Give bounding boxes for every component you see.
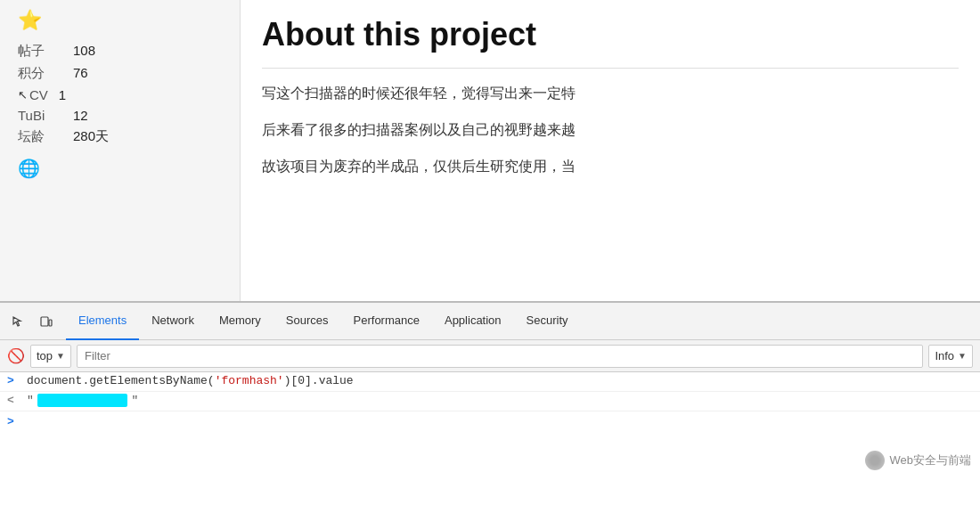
tab-elements[interactable]: Elements	[66, 303, 139, 340]
tab-application[interactable]: Application	[432, 303, 514, 340]
sidebar-value-cv: 1	[59, 87, 66, 102]
article-area: About this project 写这个扫描器的时候还很年轻，觉得写出来一定…	[241, 0, 980, 303]
tab-performance[interactable]: Performance	[341, 303, 432, 340]
console-empty-prompt-line: >	[0, 411, 980, 431]
devtools-panel: Elements Network Memory Sources Performa…	[0, 301, 980, 513]
console-input-line: > document.getElementsByName('formhash')…	[0, 372, 980, 392]
svg-rect-0	[41, 317, 48, 326]
value-quote-close: "	[131, 394, 138, 407]
article-divider	[262, 68, 959, 69]
sidebar-label-age: 坛龄	[18, 128, 62, 145]
context-value: top	[37, 349, 53, 362]
sidebar-row-cv: ↖ CV 1	[18, 87, 222, 102]
svg-rect-1	[49, 320, 52, 326]
sidebar-row-score: 积分 76	[18, 65, 222, 82]
sidebar-value-posts: 108	[73, 43, 95, 60]
context-dropdown-arrow: ▼	[56, 351, 65, 361]
sidebar-row-tubi: TuBi 12	[18, 108, 222, 123]
article-para-1: 写这个扫描器的时候还很年轻，觉得写出来一定特	[262, 81, 959, 105]
star-icon: ⭐	[18, 9, 222, 32]
highlighted-value	[37, 394, 128, 407]
devtools-tabs: Elements Network Memory Sources Performa…	[0, 303, 980, 340]
console-input-code: document.getElementsByName('formhash')[0…	[27, 374, 354, 387]
sidebar-value-tubi: 12	[73, 108, 88, 123]
sidebar-label-tubi: TuBi	[18, 108, 62, 123]
tab-sources[interactable]: Sources	[274, 303, 341, 340]
console-empty-prompt-symbol: >	[7, 415, 20, 428]
log-level-selector[interactable]: Info ▼	[928, 345, 973, 368]
sidebar-value-age: 280天	[73, 128, 109, 145]
console-output-line: < " "	[0, 392, 980, 411]
tab-network[interactable]: Network	[139, 303, 207, 340]
tab-security[interactable]: Security	[514, 303, 581, 340]
console-output-value: " "	[27, 394, 138, 407]
sidebar-row-age: 坛龄 280天	[18, 128, 222, 145]
article-para-2: 后来看了很多的扫描器案例以及自己的视野越来越	[262, 118, 959, 142]
console-area: > document.getElementsByName('formhash')…	[0, 372, 980, 513]
log-level-value: Info	[935, 349, 954, 362]
sidebar: ⭐ 帖子 108 积分 76 ↖ CV 1 TuBi 12 坛龄	[0, 0, 241, 303]
device-toolbar-icon[interactable]	[34, 309, 59, 334]
sidebar-row: 帖子 108	[18, 43, 222, 60]
devtools-toolbar: 🚫 top ▼ Info ▼	[0, 340, 980, 372]
value-quote-open: "	[27, 394, 34, 407]
console-input-prompt: >	[7, 374, 20, 387]
sidebar-label-score: 积分	[18, 65, 62, 82]
cursor-icon: ↖	[18, 88, 28, 102]
article-title: About this project	[262, 16, 959, 53]
globe-icon: 🌐	[18, 158, 222, 179]
sidebar-label-posts: 帖子	[18, 43, 62, 60]
clear-console-icon[interactable]: 🚫	[7, 347, 25, 364]
article-para-3: 故该项目为废弃的半成品，仅供后生研究使用，当	[262, 154, 959, 178]
tab-memory[interactable]: Memory	[207, 303, 274, 340]
console-output-prompt: <	[7, 394, 20, 407]
log-level-dropdown-arrow: ▼	[958, 351, 967, 361]
filter-input[interactable]	[77, 345, 923, 368]
sidebar-label-cv: CV	[29, 87, 48, 102]
main-content: ⭐ 帖子 108 积分 76 ↖ CV 1 TuBi 12 坛龄	[0, 0, 980, 303]
cursor-tool-icon[interactable]	[5, 309, 30, 334]
context-selector[interactable]: top ▼	[30, 345, 71, 368]
console-string-value: 'formhash'	[215, 374, 284, 387]
sidebar-value-score: 76	[73, 65, 88, 82]
devtools-icons	[5, 309, 59, 334]
